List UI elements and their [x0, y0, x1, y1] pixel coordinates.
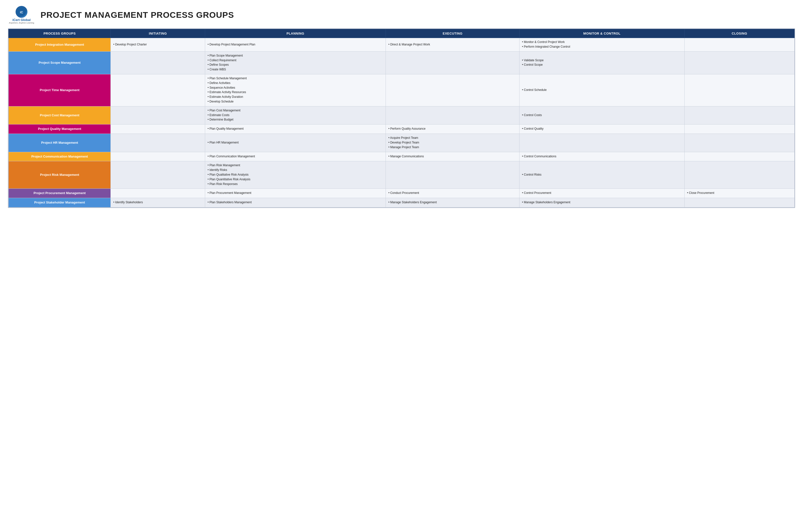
- cell-planning-1: Plan Scope ManagementCollect Requirement…: [205, 51, 386, 74]
- cell-item: Close Procurement: [687, 191, 792, 195]
- cell-item: Plan Scope Management: [207, 54, 383, 58]
- row-label-project-communication-management: Project Communication Management: [8, 152, 111, 161]
- cell-item: Collect Requirement: [207, 58, 383, 62]
- cell-item: Monitor & Control Project Work: [522, 40, 682, 44]
- cell-closing-9: [685, 198, 795, 207]
- cell-executing-4: Perform Quality Assurance: [386, 125, 519, 134]
- cell-executing-7: [386, 161, 519, 189]
- cell-monitor_control-5: [519, 134, 685, 152]
- cell-closing-6: [685, 152, 795, 161]
- logo-icon: iC: [16, 6, 28, 18]
- table-row: Project Scope ManagementPlan Scope Manag…: [8, 51, 795, 74]
- cell-executing-6: Manage Communications: [386, 152, 519, 161]
- main-table-wrap: PROCESS GROUPS INITIATING PLANNING EXECU…: [8, 28, 795, 208]
- cell-item: Direct & Manage Project Work: [388, 42, 517, 47]
- col-header-initiating: INITIATING: [111, 29, 205, 38]
- cell-item: Plan Schedule Management: [207, 76, 383, 80]
- cell-item: Estimate Activity Duration: [207, 95, 383, 99]
- table-row: Project Risk ManagementPlan Risk Managem…: [8, 161, 795, 189]
- cell-initiating-5: [111, 134, 205, 152]
- cell-item: Plan Cost Management: [207, 109, 383, 113]
- cell-item: Develop Project Charter: [113, 42, 202, 47]
- table-header-row: PROCESS GROUPS INITIATING PLANNING EXECU…: [8, 29, 795, 38]
- cell-item: Conduct Procurement: [388, 191, 517, 195]
- cell-planning-2: Plan Schedule ManagementDefine Activitie…: [205, 74, 386, 107]
- cell-closing-4: [685, 125, 795, 134]
- cell-item: Manage Project Team: [388, 145, 517, 149]
- cell-closing-1: [685, 51, 795, 74]
- table-row: Project Integration ManagementDevelop Pr…: [8, 38, 795, 52]
- cell-item: Perform Integrated Change Control: [522, 45, 682, 49]
- cell-item: Develop Project Team: [388, 140, 517, 145]
- col-header-executing: EXECUTING: [386, 29, 519, 38]
- page-title: PROJECT MANAGEMENT PROCESS GROUPS: [40, 10, 234, 20]
- table-row: Project Procurement ManagementPlan Procu…: [8, 189, 795, 198]
- table-row: Project Cost ManagementPlan Cost Managem…: [8, 106, 795, 124]
- cell-item: Plan Procurement Management: [207, 191, 383, 195]
- row-label-project-hr-management: Project HR Management: [8, 134, 111, 152]
- cell-item: Control Quality: [522, 127, 682, 131]
- cell-initiating-9: Identify Stakeholders: [111, 198, 205, 207]
- cell-planning-8: Plan Procurement Management: [205, 189, 386, 198]
- cell-closing-7: [685, 161, 795, 189]
- cell-monitor_control-4: Control Quality: [519, 125, 685, 134]
- cell-item: Control Risks: [522, 173, 682, 177]
- cell-item: Plan Quality Management: [207, 127, 383, 131]
- col-header-process: PROCESS GROUPS: [8, 29, 111, 38]
- cell-planning-7: Plan Risk ManagementIdentify RisksPlan Q…: [205, 161, 386, 189]
- cell-executing-2: [386, 74, 519, 107]
- cell-monitor_control-7: Control Risks: [519, 161, 685, 189]
- cell-planning-4: Plan Quality Management: [205, 125, 386, 134]
- cell-planning-5: Plan HR Management: [205, 134, 386, 152]
- cell-item: Develop Project Management Plan: [207, 42, 383, 47]
- cell-closing-0: [685, 38, 795, 52]
- row-label-project-risk-management: Project Risk Management: [8, 161, 111, 189]
- page-header: iC iCert Global Anywhere, Anytime Learni…: [8, 6, 795, 24]
- cell-monitor_control-3: Control Costs: [519, 106, 685, 124]
- cell-item: Plan Quantitative Risk Analysis: [207, 177, 383, 182]
- cell-monitor_control-1: Validate ScopeControl Scope: [519, 51, 685, 74]
- cell-item: Identify Risks: [207, 168, 383, 172]
- cell-item: Sequence Activities: [207, 86, 383, 90]
- cell-planning-0: Develop Project Management Plan: [205, 38, 386, 52]
- process-groups-table: PROCESS GROUPS INITIATING PLANNING EXECU…: [8, 29, 795, 207]
- cell-item: Identify Stakeholders: [113, 200, 202, 205]
- cell-item: Manage Stakeholders Engagement: [522, 200, 682, 205]
- row-label-project-procurement-management: Project Procurement Management: [8, 189, 111, 198]
- cell-monitor_control-8: Control Procurement: [519, 189, 685, 198]
- cell-closing-2: [685, 74, 795, 107]
- cell-closing-3: [685, 106, 795, 124]
- cell-initiating-8: [111, 189, 205, 198]
- cell-initiating-3: [111, 106, 205, 124]
- cell-item: Validate Scope: [522, 58, 682, 62]
- table-row: Project Communication ManagementPlan Com…: [8, 152, 795, 161]
- row-label-project-stakeholder-management: Project Stakeholder Management: [8, 198, 111, 207]
- cell-monitor_control-9: Manage Stakeholders Engagement: [519, 198, 685, 207]
- cell-item: Plan Risk Responses: [207, 182, 383, 186]
- cell-item: Plan Qualitative Risk Analysis: [207, 173, 383, 177]
- cell-item: Define Activities: [207, 81, 383, 85]
- cell-executing-1: [386, 51, 519, 74]
- cell-closing-5: [685, 134, 795, 152]
- cell-item: Acquire Project Team: [388, 136, 517, 140]
- cell-monitor_control-0: Monitor & Control Project WorkPerform In…: [519, 38, 685, 52]
- cell-monitor_control-2: Control Schedule: [519, 74, 685, 107]
- cell-initiating-2: [111, 74, 205, 107]
- row-label-project-integration-management: Project Integration Management: [8, 38, 111, 52]
- cell-executing-5: Acquire Project TeamDevelop Project Team…: [386, 134, 519, 152]
- cell-item: Manage Stakeholders Engagement: [388, 200, 517, 205]
- cell-item: Control Scope: [522, 63, 682, 67]
- cell-closing-8: Close Procurement: [685, 189, 795, 198]
- cell-initiating-6: [111, 152, 205, 161]
- cell-planning-9: Plan Stakeholders Management: [205, 198, 386, 207]
- row-label-project-quality-management: Project Quality Management: [8, 125, 111, 134]
- cell-executing-9: Manage Stakeholders Engagement: [386, 198, 519, 207]
- cell-item: Develop Schedule: [207, 99, 383, 104]
- svg-text:iC: iC: [20, 11, 23, 14]
- row-label-project-cost-management: Project Cost Management: [8, 106, 111, 124]
- cell-item: Plan Risk Management: [207, 163, 383, 168]
- col-header-planning: PLANNING: [205, 29, 386, 38]
- cell-initiating-4: [111, 125, 205, 134]
- table-row: Project Time ManagementPlan Schedule Man…: [8, 74, 795, 107]
- cell-item: Create WBS: [207, 68, 383, 72]
